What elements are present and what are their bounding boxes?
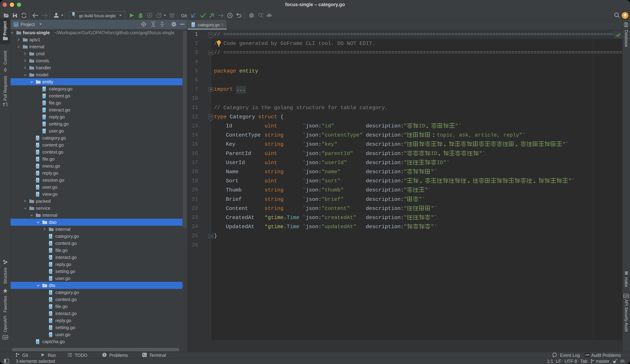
svg-text:/API: /API — [624, 295, 628, 297]
svg-text:/API: /API — [585, 354, 589, 356]
svg-text:/API: /API — [3, 336, 7, 339]
